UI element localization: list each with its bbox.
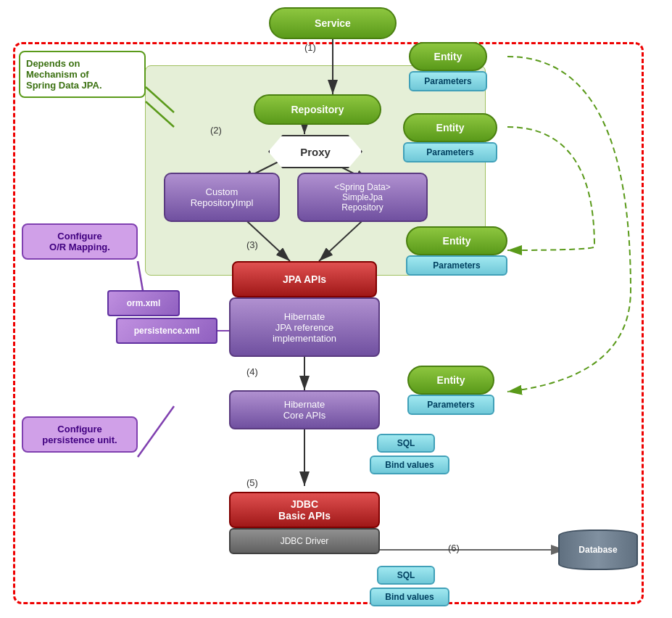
bind-values2-box: Bind values: [370, 588, 449, 606]
sql1-box: SQL: [377, 434, 435, 453]
entity1-params: Parameters: [409, 71, 487, 91]
side-label-spring-data: Depends on Mechanism of Spring Data JPA.: [19, 51, 146, 98]
entity4-box: Entity: [407, 366, 494, 395]
proxy-box: Proxy: [268, 135, 362, 168]
step6-label: (6): [448, 543, 460, 553]
jpa-apis-box: JPA APIs: [232, 261, 377, 297]
step2-label: (2): [210, 125, 222, 136]
side-label-or-mapping: Configure O/R Mapping.: [22, 223, 138, 260]
orm-xml-box: orm.xml: [107, 290, 180, 316]
hibernate-core-box: Hibernate Core APIs: [229, 390, 380, 429]
entity1-box: Entity: [409, 42, 487, 71]
step1-label: (1): [304, 42, 316, 53]
persistence-xml-box: persistence.xml: [116, 318, 217, 344]
jdbc-basic-box: JDBC Basic APIs: [229, 492, 380, 528]
entity3-box: Entity: [406, 226, 507, 255]
step4-label: (4): [246, 366, 258, 377]
step3-label: (3): [246, 239, 258, 250]
custom-repo-box: Custom RepositoryImpl: [164, 173, 280, 222]
database-box: Database: [558, 530, 638, 570]
entity2-box: Entity: [403, 113, 497, 142]
diagram-container: Service (1) Entity Parameters Repository…: [0, 0, 672, 618]
side-label-persistence: Configure persistence unit.: [22, 416, 138, 453]
bind-values1-box: Bind values: [370, 456, 449, 474]
hibernate-impl-box: Hibernate JPA reference implementation: [229, 297, 380, 357]
entity3-params: Parameters: [406, 255, 507, 276]
entity4-params: Parameters: [407, 395, 494, 415]
service-box: Service: [269, 7, 397, 39]
jdbc-driver-box: JDBC Driver: [229, 528, 380, 554]
sql2-box: SQL: [377, 566, 435, 585]
entity2-params: Parameters: [403, 142, 497, 162]
simple-jpa-box: <Spring Data> SimpleJpa Repository: [297, 173, 428, 222]
step5-label: (5): [246, 477, 258, 488]
repository-box: Repository: [254, 94, 381, 125]
